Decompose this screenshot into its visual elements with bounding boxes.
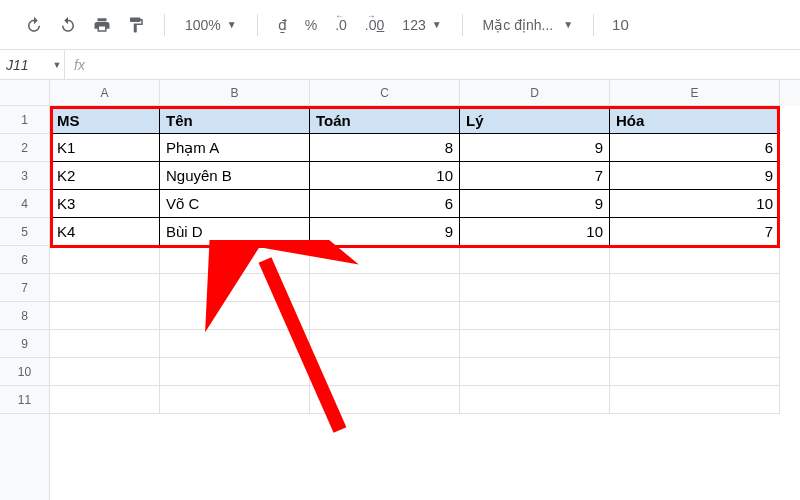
column-headers: A B C D E [50, 80, 800, 106]
undo-button[interactable] [20, 11, 48, 39]
cell[interactable] [50, 386, 160, 414]
decrease-decimal-button[interactable]: .0← [329, 17, 353, 33]
paint-format-button[interactable] [122, 11, 150, 39]
cell[interactable]: 8 [310, 134, 460, 162]
cell[interactable]: MS [50, 106, 160, 134]
chevron-down-icon: ▼ [563, 19, 573, 30]
cell[interactable]: 7 [610, 218, 780, 246]
cell[interactable]: K4 [50, 218, 160, 246]
cell[interactable]: Bùi D [160, 218, 310, 246]
cell[interactable]: 9 [460, 134, 610, 162]
col-header[interactable]: A [50, 80, 160, 106]
cell[interactable] [310, 330, 460, 358]
cell[interactable] [610, 386, 780, 414]
col-header[interactable]: D [460, 80, 610, 106]
cell[interactable]: Tên [160, 106, 310, 134]
row-headers: 1 2 3 4 5 6 7 8 9 10 11 [0, 80, 50, 500]
cell[interactable] [610, 330, 780, 358]
row-header[interactable]: 6 [0, 246, 49, 274]
currency-button[interactable]: ₫ [272, 17, 293, 33]
row-header[interactable]: 5 [0, 218, 49, 246]
cell[interactable]: Võ C [160, 190, 310, 218]
print-button[interactable] [88, 11, 116, 39]
cell[interactable] [160, 386, 310, 414]
cells[interactable]: MS Tên Toán Lý Hóa K1 Phạm A 8 9 6 K2 Ng… [50, 106, 800, 414]
cell[interactable] [50, 330, 160, 358]
table-row [50, 330, 800, 358]
cell[interactable] [460, 358, 610, 386]
select-all-corner[interactable] [0, 80, 49, 106]
cell[interactable] [50, 246, 160, 274]
cell[interactable]: 6 [610, 134, 780, 162]
zoom-dropdown[interactable]: 100% ▼ [179, 17, 243, 33]
row-header[interactable]: 2 [0, 134, 49, 162]
toolbar: 100% ▼ ₫ % .0← .00→ 123 ▼ Mặc định... ▼ … [0, 0, 800, 50]
cell[interactable]: 10 [310, 162, 460, 190]
cell[interactable] [310, 302, 460, 330]
chevron-down-icon: ▼ [227, 19, 237, 30]
cell[interactable]: 9 [460, 190, 610, 218]
font-dropdown[interactable]: Mặc định... ▼ [477, 17, 580, 33]
row-header[interactable]: 11 [0, 386, 49, 414]
formula-input[interactable] [94, 50, 800, 79]
cell[interactable] [310, 274, 460, 302]
cell[interactable] [610, 246, 780, 274]
cell[interactable] [310, 358, 460, 386]
cell[interactable] [460, 246, 610, 274]
cell[interactable]: Nguyên B [160, 162, 310, 190]
table-row [50, 246, 800, 274]
cell[interactable] [50, 358, 160, 386]
cell[interactable] [460, 330, 610, 358]
col-header[interactable]: B [160, 80, 310, 106]
name-box[interactable]: J11 [0, 57, 50, 73]
table-row [50, 358, 800, 386]
font-size-input[interactable]: 10 [608, 16, 633, 33]
table-row [50, 274, 800, 302]
cell[interactable] [50, 274, 160, 302]
row-header[interactable]: 8 [0, 302, 49, 330]
col-header[interactable]: E [610, 80, 780, 106]
row-header[interactable]: 7 [0, 274, 49, 302]
cell[interactable] [310, 386, 460, 414]
row-header[interactable]: 4 [0, 190, 49, 218]
percent-button[interactable]: % [299, 17, 323, 33]
row-header[interactable]: 3 [0, 162, 49, 190]
cell[interactable] [460, 302, 610, 330]
cell[interactable]: 9 [310, 218, 460, 246]
cell[interactable] [160, 302, 310, 330]
redo-button[interactable] [54, 11, 82, 39]
increase-decimal-button[interactable]: .00→ [359, 17, 390, 33]
cell[interactable] [160, 246, 310, 274]
cell[interactable] [310, 246, 460, 274]
col-header[interactable]: C [310, 80, 460, 106]
cell[interactable]: Phạm A [160, 134, 310, 162]
cell[interactable] [160, 358, 310, 386]
cell[interactable]: Hóa [610, 106, 780, 134]
cell[interactable]: 6 [310, 190, 460, 218]
cell[interactable] [50, 302, 160, 330]
cell[interactable]: 10 [460, 218, 610, 246]
cell[interactable]: K1 [50, 134, 160, 162]
cell[interactable] [460, 386, 610, 414]
cell[interactable] [610, 274, 780, 302]
chevron-down-icon[interactable]: ▼ [50, 60, 64, 70]
cell[interactable]: K2 [50, 162, 160, 190]
cell[interactable] [460, 274, 610, 302]
table-row [50, 386, 800, 414]
cell[interactable] [160, 330, 310, 358]
row-header[interactable]: 9 [0, 330, 49, 358]
cell[interactable]: Lý [460, 106, 610, 134]
table-row: K4 Bùi D 9 10 7 [50, 218, 800, 246]
cell[interactable] [160, 274, 310, 302]
row-header[interactable]: 10 [0, 358, 49, 386]
row-header[interactable]: 1 [0, 106, 49, 134]
cell[interactable]: 7 [460, 162, 610, 190]
cell[interactable]: 9 [610, 162, 780, 190]
cell[interactable]: K3 [50, 190, 160, 218]
number-format-dropdown[interactable]: 123 ▼ [396, 17, 447, 33]
cell[interactable]: 10 [610, 190, 780, 218]
cell[interactable] [610, 358, 780, 386]
cell[interactable] [610, 302, 780, 330]
table-row: MS Tên Toán Lý Hóa [50, 106, 800, 134]
cell[interactable]: Toán [310, 106, 460, 134]
